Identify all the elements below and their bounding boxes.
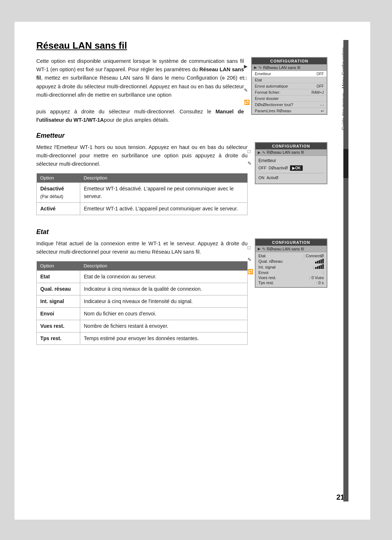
col-description-etat: Description: [80, 261, 248, 271]
col-option-etat: Option: [37, 261, 80, 271]
page-title: Réseau LAN sans fil: [36, 40, 327, 51]
col-description: Description: [80, 173, 248, 183]
sidebar-bar: [343, 40, 348, 501]
table-row: Envoi Nom du fichier en cours d'envoi.: [37, 308, 248, 320]
config-screenshot-3: □ ✎ 🔁 CONFIGURATION ▶ ∿ RØseau LAN sans …: [255, 238, 327, 352]
etat-heading: Etat: [36, 228, 248, 236]
intro-paragraph: Cette option est disponible uniquement l…: [36, 57, 244, 125]
table-row: Int. signal Indicateur à cinq niveaux de…: [37, 295, 248, 308]
sidebar-bar-dark: [343, 149, 348, 178]
table-row: Activé Emetteur WT-1 activé. L'appareil …: [37, 203, 248, 215]
emetteur-description: Mettez l'Emetteur WT-1 hors ou sous tens…: [36, 143, 248, 169]
table-row: Etat Etat de la connexion au serveur.: [37, 271, 248, 283]
emetteur-heading: Emetteur: [36, 132, 248, 140]
etat-description: Indique l'état actuel de la connexion en…: [36, 239, 248, 256]
table-row: Vues rest. Nombre de fichiers restant à …: [37, 320, 248, 333]
table-row: Qual. réseau Indicateur à cinq niveaux d…: [37, 283, 248, 295]
emetteur-table: Option Description Désactivé (Par défaut…: [36, 173, 248, 215]
right-sidebar: Guide des menus—Menu Configuration: [338, 40, 348, 501]
config-screenshot-2: □ ✎ CONFIGURATION ▶ ∿ RØseau LAN sans fi…: [255, 142, 327, 223]
col-option: Option: [37, 173, 80, 183]
table-row: Désactivé (Par défaut) Emetteur WT-1 dés…: [37, 183, 248, 203]
table-row: Tps rest. Temps estimé pour envoyer les …: [37, 333, 248, 345]
etat-table: Option Description Etat Etat de la conne…: [36, 261, 248, 345]
config-screenshot-1: ▶ □ ✎ 🔁 CONFIGURATION ▶ ∿ RØseau LAN san…: [251, 57, 327, 125]
